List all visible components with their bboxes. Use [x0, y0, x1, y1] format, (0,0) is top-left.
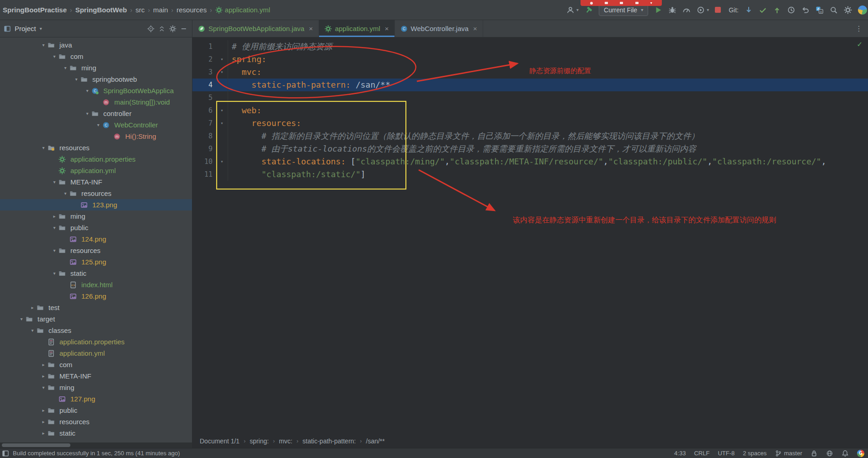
caret-position[interactable]: 4:33	[674, 450, 686, 457]
git-update-button[interactable]	[745, 6, 753, 14]
code-line-9[interactable]: 9 # 由于static-locations的文件会覆盖之前的文件目录，需要需要…	[192, 142, 868, 155]
ide-sphere-icon[interactable]	[858, 5, 867, 15]
tree-item-target[interactable]: ▾target	[0, 313, 192, 325]
tree-item-com[interactable]: ▸com	[0, 359, 192, 370]
tree-item-WebController[interactable]: ▾CWebController	[0, 119, 192, 131]
tree-item-Hi():String[interactable]: mHi():String	[0, 131, 192, 142]
project-tool-window-icon[interactable]	[4, 25, 11, 32]
indent-style[interactable]: 2 spaces	[743, 450, 767, 457]
code-line-8[interactable]: 8 # 指定新的目录文件的访问位置（除默认的静态目录文件，自己添加一个新的目录，…	[192, 130, 868, 142]
tree-item-public[interactable]: ▸public	[0, 405, 192, 416]
chevron-right-icon[interactable]: ▸	[39, 362, 48, 367]
editor-breadcrumb-/san/**[interactable]: /san/**	[366, 437, 385, 445]
fold-toggle-icon[interactable]: ▾	[216, 66, 228, 79]
tree-item-126.png[interactable]: 126.png	[0, 290, 192, 302]
tree-item-ming[interactable]: ▾ming	[0, 62, 192, 74]
select-opened-file-button[interactable]	[147, 25, 154, 32]
chevron-down-icon[interactable]: ▾	[50, 54, 59, 59]
code-line-7[interactable]: 7▾ resources:	[192, 117, 868, 130]
breadcrumb-item-application.yml[interactable]: application.yml	[215, 6, 270, 14]
run-with-coverage-button[interactable]	[697, 6, 705, 14]
chevron-down-icon[interactable]: ▾	[83, 88, 91, 93]
user-account-button[interactable]	[566, 6, 575, 14]
editor-options-icon[interactable]: ⋮	[850, 24, 868, 33]
lock-icon[interactable]	[810, 450, 818, 457]
tree-item-resources[interactable]: ▸resources	[0, 416, 192, 427]
chevron-down-icon[interactable]: ▾	[28, 328, 37, 333]
settings-button[interactable]	[844, 6, 852, 14]
tree-item-springbootweb[interactable]: ▾springbootweb	[0, 74, 192, 85]
recorder-button-icon[interactable]	[635, 2, 639, 4]
rollback-button[interactable]	[801, 6, 809, 14]
chevron-down-icon[interactable]: ▾	[50, 248, 59, 253]
tree-item-static[interactable]: ▸static	[0, 427, 192, 439]
fold-toggle-icon[interactable]: ▾	[216, 155, 228, 168]
chevron-right-icon[interactable]: ▸	[39, 408, 48, 413]
breadcrumb-item-resources[interactable]: resources	[176, 6, 207, 14]
hide-panel-button[interactable]	[180, 25, 187, 32]
tree-item-124.png[interactable]: 124.png	[0, 233, 192, 245]
close-icon[interactable]: ×	[473, 25, 477, 32]
git-commit-button[interactable]	[759, 6, 767, 14]
tree-item-public[interactable]: ▾public	[0, 222, 192, 233]
chevron-down-icon[interactable]: ▾	[83, 111, 91, 116]
chevron-down-icon[interactable]: ▾	[61, 191, 69, 196]
chevron-down-icon[interactable]: ▾	[39, 145, 48, 150]
profiler-button[interactable]	[682, 6, 691, 14]
fold-toggle-icon[interactable]: ▾	[216, 104, 228, 117]
chevron-down-icon[interactable]: ▾	[50, 225, 59, 230]
breadcrumb-item-SpringBootPractise[interactable]: SpringBootPractise	[3, 6, 67, 14]
tree-item-123.png[interactable]: 123.png	[0, 199, 192, 211]
editor-tab-SpringBootWebApplication.java[interactable]: SpringBootWebApplication.java×	[192, 20, 319, 37]
editor-breadcrumb-static-path-pattern:[interactable]: static-path-pattern:	[303, 437, 356, 445]
tool-windows-toggle[interactable]	[2, 450, 9, 457]
tree-item-application.properties[interactable]: application.properties	[0, 336, 192, 347]
chevron-down-icon[interactable]: ▾	[72, 77, 80, 82]
tree-item-java[interactable]: ▾java	[0, 39, 192, 51]
search-everywhere-button[interactable]	[830, 6, 838, 14]
editor-tab-application.yml[interactable]: application.yml×	[319, 20, 395, 37]
breadcrumb-item-src[interactable]: src	[135, 6, 144, 14]
tree-item-main(String[]):void[interactable]: mmain(String[]):void	[0, 96, 192, 108]
code-line-10[interactable]: 10▾ static-locations: ["classpath:/ming/…	[192, 155, 868, 168]
recorder-button-icon[interactable]	[620, 2, 623, 4]
chevron-down-icon[interactable]: ▾	[61, 65, 69, 70]
tree-item-com[interactable]: ▾com	[0, 51, 192, 62]
inspections-ok-icon[interactable]: ✓	[857, 40, 863, 48]
editor-tab-WebController.java[interactable]: CWebController.java×	[395, 20, 483, 37]
tree-item-application.properties[interactable]: application.properties	[0, 153, 192, 165]
chevron-down-icon[interactable]: ▾	[17, 316, 26, 321]
chevron-down-icon[interactable]: ▾	[39, 42, 48, 47]
tree-item-ming[interactable]: ▾ming	[0, 382, 192, 393]
tree-item-ming[interactable]: ▸ming	[0, 211, 192, 222]
tree-item-index.html[interactable]: <>index.html	[0, 279, 192, 290]
code-line-6[interactable]: 6▾ web:	[192, 104, 868, 117]
chevron-right-icon[interactable]: ▸	[39, 431, 48, 436]
git-push-button[interactable]	[773, 6, 781, 14]
panel-settings-button[interactable]	[169, 25, 176, 32]
g-logo-icon[interactable]: G	[857, 450, 864, 457]
tree-item-test[interactable]: ▸test	[0, 302, 192, 313]
editor-breadcrumb-mvc:[interactable]: mvc:	[279, 437, 293, 445]
breadcrumb-item-SpringBootWeb[interactable]: SpringBootWeb	[75, 6, 127, 14]
tree-item-application.yml[interactable]: application.yml	[0, 347, 192, 359]
chevron-down-icon[interactable]: ▾	[40, 26, 42, 31]
fold-toggle-icon[interactable]: ▾	[216, 117, 228, 130]
line-separator[interactable]: CRLF	[694, 450, 709, 457]
chevron-right-icon[interactable]: ▸	[50, 214, 59, 219]
build-project-button[interactable]	[585, 6, 593, 14]
chevron-down-icon[interactable]: ▾	[50, 271, 59, 276]
tree-item-classes[interactable]: ▾classes	[0, 325, 192, 336]
notifications-icon[interactable]	[841, 450, 849, 457]
code-line-2[interactable]: 2▾spring:	[192, 53, 868, 66]
collapse-all-button[interactable]	[158, 25, 165, 32]
chevron-right-icon[interactable]: ▸	[28, 305, 37, 310]
translate-button[interactable]: Aa	[815, 6, 824, 14]
tree-item-resources[interactable]: ▾resources	[0, 142, 192, 153]
fold-toggle-icon[interactable]: ▾	[216, 53, 228, 66]
horizontal-scrollbar[interactable]	[0, 442, 192, 448]
chevron-down-icon[interactable]: ▾	[94, 122, 102, 127]
stop-button[interactable]	[715, 7, 721, 13]
proxy-globe-icon[interactable]	[826, 450, 833, 457]
tree-item-application.yml[interactable]: application.yml	[0, 165, 192, 176]
